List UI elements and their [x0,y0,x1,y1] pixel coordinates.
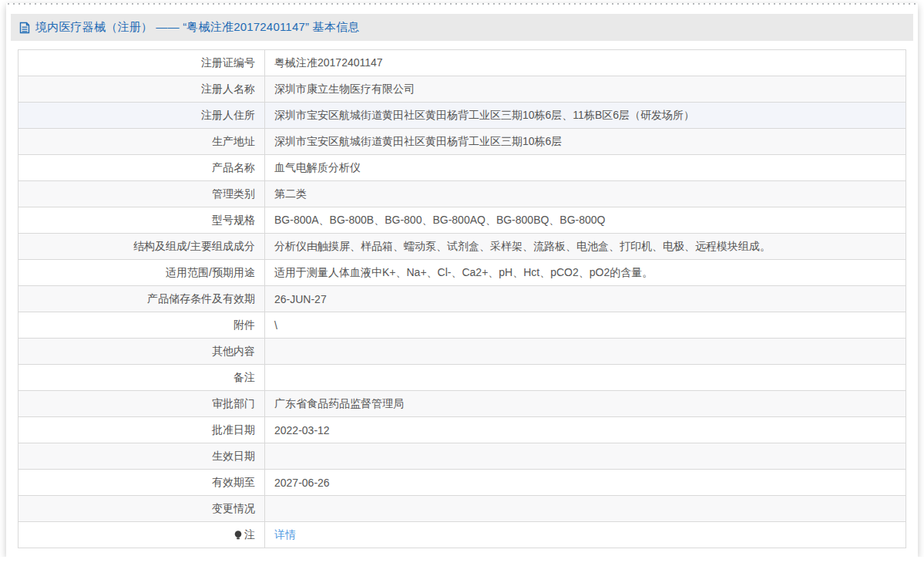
row-value: 广东省食品药品监督管理局 [265,391,906,417]
table-row: 其他内容 [18,339,906,365]
row-label: 注册人住所 [18,103,265,129]
details-link[interactable]: 详情 [274,528,296,541]
row-value: 适用于测量人体血液中K+、Na+、Cl-、Ca2+、pH、Hct、pCO2、pO… [265,260,906,286]
row-label: 注 [18,522,265,548]
table-row: 产品名称 血气电解质分析仪 [18,155,906,181]
document-icon [19,22,30,34]
row-label: 产品储存条件及有效期 [18,286,265,312]
row-label: 生产地址 [18,129,265,155]
table-row: 适用范围/预期用途 适用于测量人体血液中K+、Na+、Cl-、Ca2+、pH、H… [18,260,906,286]
row-label: 审批部门 [18,391,265,417]
table-row: 附件 \ [18,312,906,339]
table-row: 产品储存条件及有效期 26-JUN-27 [18,286,906,312]
row-value: 粤械注准20172401147 [265,50,906,76]
row-label: 备注 [18,365,265,391]
table-row: 变更情况 [18,496,906,522]
table-row: 备注 [18,365,906,391]
row-label: 注册人名称 [18,76,265,103]
registration-info-table: 注册证编号 粤械注准20172401147 注册人名称 深圳市康立生物医疗有限公… [18,49,906,548]
row-label: 其他内容 [18,339,265,365]
row-value: 深圳市宝安区航城街道黄田社区黄田杨背工业区三期10栋6层、11栋B区6层（研发场… [265,103,906,129]
row-value: BG-800A、BG-800B、BG-800、BG-800AQ、BG-800BQ… [265,207,906,234]
table-row: 管理类别 第二类 [18,181,906,207]
row-label: 产品名称 [18,155,265,181]
table-row: 结构及组成/主要组成成分 分析仪由触摸屏、样品箱、蠕动泵、试剂盒、采样架、流路板… [18,234,906,260]
row-value [265,443,906,470]
row-value: \ [265,312,906,339]
row-label: 批准日期 [18,417,265,443]
row-value: 分析仪由触摸屏、样品箱、蠕动泵、试剂盒、采样架、流路板、电池盒、打印机、电极、远… [265,234,906,260]
row-value: 2027-06-26 [265,470,906,496]
table-row: 审批部门 广东省食品药品监督管理局 [18,391,906,417]
page-title: 境内医疗器械（注册） —— “粤械注准20172401147” 基本信息 [35,20,359,35]
row-value: 深圳市宝安区航城街道黄田社区黄田杨背工业区三期10栋6层 [265,129,906,155]
row-value: 第二类 [265,181,906,207]
header-bar: 境内医疗器械（注册） —— “粤械注准20172401147” 基本信息 [11,14,913,41]
row-value: 详情 [265,522,906,548]
row-label: 适用范围/预期用途 [18,260,265,286]
row-value: 深圳市康立生物医疗有限公司 [265,76,906,103]
row-label: 型号规格 [18,207,265,234]
row-value: 血气电解质分析仪 [265,155,906,181]
row-value [265,339,906,365]
row-label: 生效日期 [18,443,265,470]
table-row: 生效日期 [18,443,906,470]
row-value [265,496,906,522]
row-label: 有效期至 [18,470,265,496]
row-value [265,365,906,391]
row-label: 变更情况 [18,496,265,522]
table-row: 型号规格 BG-800A、BG-800B、BG-800、BG-800AQ、BG-… [18,207,906,234]
row-value: 26-JUN-27 [265,286,906,312]
row-label: 结构及组成/主要组成成分 [18,234,265,260]
table-row: 批准日期 2022-03-12 [18,417,906,443]
bulb-icon [234,530,242,542]
table-row: 有效期至 2027-06-26 [18,470,906,496]
row-label: 注册证编号 [18,50,265,76]
table-row: 生产地址 深圳市宝安区航城街道黄田社区黄田杨背工业区三期10栋6层 [18,129,906,155]
row-label: 管理类别 [18,181,265,207]
table-row: 注册人住所 深圳市宝安区航城街道黄田社区黄田杨背工业区三期10栋6层、11栋B区… [18,103,906,129]
table-row: 注册证编号 粤械注准20172401147 [18,50,906,76]
page-container: 境内医疗器械（注册） —— “粤械注准20172401147” 基本信息 注册证… [6,3,918,557]
row-value: 2022-03-12 [265,417,906,443]
table-row-note: 注 详情 [18,522,906,548]
row-label: 附件 [18,312,265,339]
table-row: 注册人名称 深圳市康立生物医疗有限公司 [18,76,906,103]
dotted-top-border [8,3,916,5]
